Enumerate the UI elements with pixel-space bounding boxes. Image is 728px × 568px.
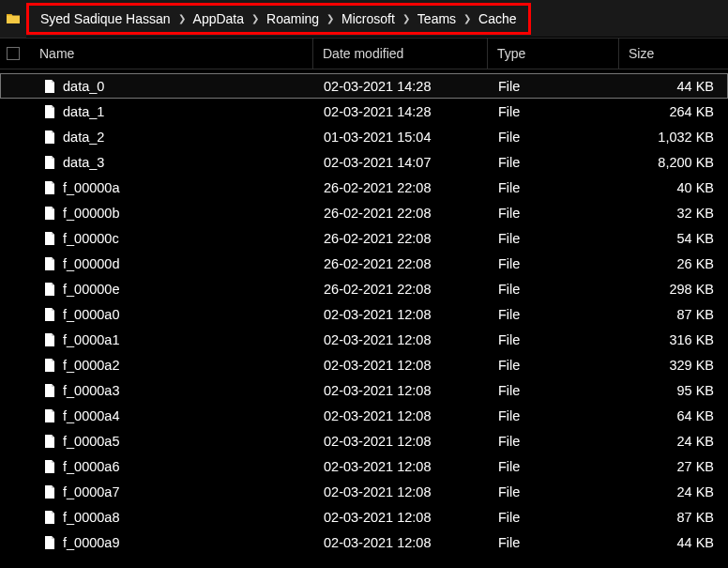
file-date-cell: 02-03-2021 14:28 (314, 104, 489, 119)
file-name-label: f_0000a5 (63, 434, 119, 449)
file-date-cell: 02-03-2021 12:08 (314, 332, 489, 347)
table-row[interactable]: f_00000b26-02-2021 22:08File32 KB (0, 200, 728, 225)
file-type-cell: File (489, 282, 620, 297)
breadcrumb-item[interactable]: Roaming (261, 11, 325, 26)
file-name-cell: f_00000d (27, 256, 314, 271)
table-row[interactable]: f_00000d26-02-2021 22:08File26 KB (0, 251, 728, 276)
file-name-cell: f_0000a8 (27, 510, 314, 525)
column-header-type[interactable]: Type (488, 38, 619, 69)
current-folder-icon (0, 0, 26, 38)
file-date-cell: 02-03-2021 12:08 (314, 510, 489, 525)
table-row[interactable]: data_302-03-2021 14:07File8,200 KB (0, 149, 728, 175)
file-icon (42, 408, 57, 423)
chevron-right-icon[interactable]: ❯ (250, 13, 261, 23)
file-icon (42, 484, 57, 499)
file-size-cell: 26 KB (620, 256, 727, 271)
file-date-cell: 02-03-2021 12:08 (314, 307, 489, 322)
file-name-label: f_00000b (63, 206, 119, 221)
file-type-cell: File (489, 231, 620, 246)
file-list: data_002-03-2021 14:28File44 KBdata_102-… (0, 69, 728, 555)
table-row[interactable]: f_0000a302-03-2021 12:08File95 KB (0, 377, 728, 403)
file-size-cell: 8,200 KB (620, 155, 727, 170)
file-type-cell: File (489, 484, 620, 499)
table-row[interactable]: f_00000a26-02-2021 22:08File40 KB (0, 175, 728, 200)
select-all-checkbox[interactable] (0, 47, 26, 60)
file-name-label: f_0000a0 (63, 307, 119, 322)
file-icon (42, 231, 57, 246)
file-date-cell: 01-03-2021 15:04 (314, 130, 489, 145)
breadcrumb-item[interactable]: AppData (188, 11, 250, 26)
file-name-cell: f_00000a (27, 180, 314, 195)
file-type-cell: File (489, 180, 620, 195)
file-size-cell: 44 KB (620, 79, 727, 94)
column-header-name[interactable]: Name (26, 38, 313, 69)
file-name-cell: data_2 (27, 130, 314, 145)
file-size-cell: 54 KB (620, 231, 727, 246)
chevron-right-icon[interactable]: ❯ (401, 13, 412, 23)
column-headers: Name Date modified Type Size (0, 38, 728, 69)
breadcrumb-item[interactable]: Cache (473, 11, 522, 26)
file-icon (42, 256, 57, 271)
column-header-size[interactable]: Size (619, 38, 726, 69)
table-row[interactable]: f_0000a002-03-2021 12:08File87 KB (0, 301, 728, 327)
file-icon (42, 282, 57, 297)
file-name-cell: f_0000a6 (27, 459, 314, 474)
file-icon (42, 155, 57, 170)
chevron-right-icon[interactable]: ❯ (176, 13, 188, 23)
address-bar: Syed Sadique Hassan❯AppData❯Roaming❯Micr… (0, 0, 728, 38)
file-name-label: f_0000a6 (63, 459, 119, 474)
file-icon (42, 104, 57, 119)
file-size-cell: 329 KB (620, 358, 727, 373)
file-icon (42, 358, 57, 373)
chevron-right-icon[interactable]: ❯ (325, 13, 336, 23)
table-row[interactable]: data_002-03-2021 14:28File44 KB (0, 73, 728, 99)
table-row[interactable]: f_0000a802-03-2021 12:08File87 KB (0, 504, 728, 530)
file-name-label: f_00000c (63, 231, 119, 246)
file-name-label: f_0000a4 (63, 408, 119, 423)
file-type-cell: File (489, 307, 620, 322)
column-header-date[interactable]: Date modified (313, 38, 488, 69)
table-row[interactable]: f_0000a402-03-2021 12:08File64 KB (0, 403, 728, 428)
file-size-cell: 87 KB (620, 510, 727, 525)
file-size-cell: 40 KB (620, 180, 727, 195)
file-size-cell: 64 KB (620, 408, 727, 423)
file-icon (42, 332, 57, 347)
table-row[interactable]: f_00000c26-02-2021 22:08File54 KB (0, 225, 728, 251)
breadcrumb-item[interactable]: Teams (412, 11, 462, 26)
chevron-right-icon[interactable]: ❯ (462, 13, 473, 23)
breadcrumb-item[interactable]: Microsoft (336, 11, 401, 26)
file-name-label: data_2 (63, 130, 104, 145)
table-row[interactable]: f_00000e26-02-2021 22:08File298 KB (0, 276, 728, 301)
file-size-cell: 1,032 KB (620, 130, 727, 145)
file-name-cell: f_0000a5 (27, 434, 314, 449)
file-name-label: data_0 (63, 79, 104, 94)
file-type-cell: File (489, 256, 620, 271)
file-size-cell: 24 KB (620, 484, 727, 499)
file-name-label: f_0000a3 (63, 383, 119, 398)
breadcrumb[interactable]: Syed Sadique Hassan❯AppData❯Roaming❯Micr… (26, 3, 531, 35)
file-name-cell: f_00000b (27, 206, 314, 221)
file-name-cell: f_0000a0 (27, 307, 314, 322)
file-type-cell: File (489, 408, 620, 423)
file-date-cell: 02-03-2021 12:08 (314, 434, 489, 449)
table-row[interactable]: data_102-03-2021 14:28File264 KB (0, 99, 728, 124)
file-type-cell: File (489, 383, 620, 398)
table-row[interactable]: f_0000a102-03-2021 12:08File316 KB (0, 327, 728, 352)
file-size-cell: 32 KB (620, 206, 727, 221)
table-row[interactable]: data_201-03-2021 15:04File1,032 KB (0, 124, 728, 149)
file-name-cell: f_0000a4 (27, 408, 314, 423)
table-row[interactable]: f_0000a602-03-2021 12:08File27 KB (0, 453, 728, 479)
file-date-cell: 02-03-2021 12:08 (314, 383, 489, 398)
table-row[interactable]: f_0000a502-03-2021 12:08File24 KB (0, 428, 728, 453)
file-name-cell: f_00000c (27, 231, 314, 246)
table-row[interactable]: f_0000a202-03-2021 12:08File329 KB (0, 352, 728, 377)
file-type-cell: File (489, 206, 620, 221)
table-row[interactable]: f_0000a902-03-2021 12:08File44 KB (0, 530, 728, 555)
file-date-cell: 02-03-2021 12:08 (314, 358, 489, 373)
table-row[interactable]: f_0000a702-03-2021 12:08File24 KB (0, 479, 728, 504)
file-size-cell: 44 KB (620, 535, 727, 550)
file-name-label: data_1 (63, 104, 104, 119)
file-name-cell: f_0000a7 (27, 484, 314, 499)
breadcrumb-item[interactable]: Syed Sadique Hassan (35, 11, 176, 26)
file-name-label: f_0000a8 (63, 510, 119, 525)
